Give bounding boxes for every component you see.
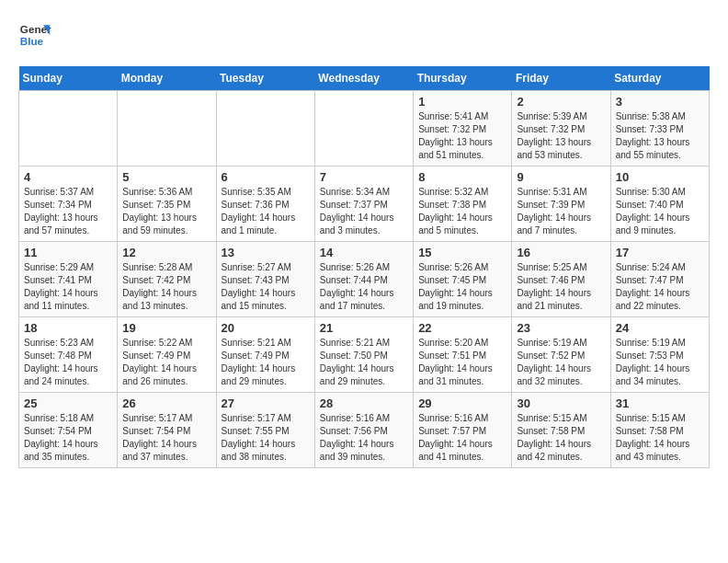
day-number: 8 [418,170,506,184]
day-info: Sunrise: 5:17 AM Sunset: 7:54 PM Dayligh… [122,412,210,464]
day-info: Sunrise: 5:27 AM Sunset: 7:43 PM Dayligh… [222,261,310,313]
calendar-cell [19,91,118,167]
calendar-table: SundayMondayTuesdayWednesdayThursdayFrid… [18,66,710,468]
calendar-cell: 10Sunrise: 5:30 AM Sunset: 7:40 PM Dayli… [610,167,709,242]
calendar-cell: 2Sunrise: 5:39 AM Sunset: 7:32 PM Daylig… [512,91,610,167]
day-number: 18 [24,321,112,335]
calendar-cell: 15Sunrise: 5:26 AM Sunset: 7:45 PM Dayli… [414,242,512,317]
day-info: Sunrise: 5:31 AM Sunset: 7:39 PM Dayligh… [517,186,605,237]
day-info: Sunrise: 5:36 AM Sunset: 7:35 PM Dayligh… [122,186,210,237]
calendar-cell: 25Sunrise: 5:18 AM Sunset: 7:54 PM Dayli… [19,393,118,468]
day-info: Sunrise: 5:38 AM Sunset: 7:33 PM Dayligh… [616,110,704,162]
day-number: 26 [122,396,210,410]
calendar-cell: 30Sunrise: 5:15 AM Sunset: 7:58 PM Dayli… [512,393,610,468]
weekday-header-saturday: Saturday [610,66,709,91]
day-number: 29 [418,396,506,410]
calendar-cell: 27Sunrise: 5:17 AM Sunset: 7:55 PM Dayli… [216,393,314,468]
calendar-cell: 1Sunrise: 5:41 AM Sunset: 7:32 PM Daylig… [414,91,512,167]
calendar-cell: 17Sunrise: 5:24 AM Sunset: 7:47 PM Dayli… [610,242,709,317]
day-number: 23 [517,321,605,335]
calendar-cell: 20Sunrise: 5:21 AM Sunset: 7:49 PM Dayli… [216,317,314,393]
weekday-header-monday: Monday [118,66,216,91]
calendar-cell: 26Sunrise: 5:17 AM Sunset: 7:54 PM Dayli… [118,393,216,468]
calendar-cell: 11Sunrise: 5:29 AM Sunset: 7:41 PM Dayli… [19,242,118,317]
day-number: 22 [418,321,506,335]
weekday-header-wednesday: Wednesday [314,66,413,91]
day-number: 13 [222,246,310,259]
day-number: 15 [418,246,506,259]
day-number: 14 [320,246,408,259]
calendar-cell: 12Sunrise: 5:28 AM Sunset: 7:42 PM Dayli… [118,242,216,317]
calendar-cell: 21Sunrise: 5:21 AM Sunset: 7:50 PM Dayli… [314,317,413,393]
logo: General Blue [18,18,51,52]
weekday-header-tuesday: Tuesday [216,66,314,91]
day-info: Sunrise: 5:15 AM Sunset: 7:58 PM Dayligh… [517,412,605,464]
calendar-cell: 18Sunrise: 5:23 AM Sunset: 7:48 PM Dayli… [19,317,118,393]
day-number: 16 [517,246,605,259]
day-number: 21 [320,321,408,335]
logo-icon: General Blue [18,18,51,52]
calendar-cell: 7Sunrise: 5:34 AM Sunset: 7:37 PM Daylig… [314,167,413,242]
day-info: Sunrise: 5:18 AM Sunset: 7:54 PM Dayligh… [24,412,112,464]
calendar-cell [314,91,413,167]
calendar-cell [118,91,216,167]
day-number: 2 [517,95,605,109]
calendar-cell: 4Sunrise: 5:37 AM Sunset: 7:34 PM Daylig… [19,167,118,242]
day-number: 10 [616,170,704,184]
day-info: Sunrise: 5:21 AM Sunset: 7:49 PM Dayligh… [222,337,310,388]
day-number: 25 [24,396,112,410]
week-row-4: 18Sunrise: 5:23 AM Sunset: 7:48 PM Dayli… [19,317,710,393]
day-number: 28 [320,396,408,410]
weekday-header-sunday: Sunday [19,66,118,91]
day-info: Sunrise: 5:29 AM Sunset: 7:41 PM Dayligh… [24,261,112,313]
week-row-3: 11Sunrise: 5:29 AM Sunset: 7:41 PM Dayli… [19,242,710,317]
day-number: 3 [616,95,704,109]
week-row-2: 4Sunrise: 5:37 AM Sunset: 7:34 PM Daylig… [19,167,710,242]
day-number: 17 [616,246,704,259]
day-info: Sunrise: 5:30 AM Sunset: 7:40 PM Dayligh… [616,186,704,237]
calendar-cell: 29Sunrise: 5:16 AM Sunset: 7:57 PM Dayli… [414,393,512,468]
day-number: 12 [122,246,210,259]
day-info: Sunrise: 5:28 AM Sunset: 7:42 PM Dayligh… [122,261,210,313]
day-info: Sunrise: 5:21 AM Sunset: 7:50 PM Dayligh… [320,337,408,388]
day-number: 31 [616,396,704,410]
week-row-5: 25Sunrise: 5:18 AM Sunset: 7:54 PM Dayli… [19,393,710,468]
day-info: Sunrise: 5:25 AM Sunset: 7:46 PM Dayligh… [517,261,605,313]
day-info: Sunrise: 5:19 AM Sunset: 7:53 PM Dayligh… [616,337,704,388]
day-number: 1 [418,95,506,109]
day-info: Sunrise: 5:24 AM Sunset: 7:47 PM Dayligh… [616,261,704,313]
calendar-cell: 19Sunrise: 5:22 AM Sunset: 7:49 PM Dayli… [118,317,216,393]
week-row-1: 1Sunrise: 5:41 AM Sunset: 7:32 PM Daylig… [19,91,710,167]
calendar-cell: 8Sunrise: 5:32 AM Sunset: 7:38 PM Daylig… [414,167,512,242]
day-info: Sunrise: 5:20 AM Sunset: 7:51 PM Dayligh… [418,337,506,388]
day-number: 19 [122,321,210,335]
calendar-cell: 16Sunrise: 5:25 AM Sunset: 7:46 PM Dayli… [512,242,610,317]
calendar-cell: 28Sunrise: 5:16 AM Sunset: 7:56 PM Dayli… [314,393,413,468]
weekday-header-row: SundayMondayTuesdayWednesdayThursdayFrid… [19,66,710,91]
calendar-cell: 5Sunrise: 5:36 AM Sunset: 7:35 PM Daylig… [118,167,216,242]
calendar-cell: 6Sunrise: 5:35 AM Sunset: 7:36 PM Daylig… [216,167,314,242]
day-number: 4 [24,170,112,184]
weekday-header-thursday: Thursday [414,66,512,91]
day-number: 6 [222,170,310,184]
day-info: Sunrise: 5:26 AM Sunset: 7:45 PM Dayligh… [418,261,506,313]
calendar-cell: 13Sunrise: 5:27 AM Sunset: 7:43 PM Dayli… [216,242,314,317]
weekday-header-friday: Friday [512,66,610,91]
day-number: 27 [222,396,310,410]
day-info: Sunrise: 5:23 AM Sunset: 7:48 PM Dayligh… [24,337,112,388]
page-header: General Blue [18,18,710,52]
day-info: Sunrise: 5:41 AM Sunset: 7:32 PM Dayligh… [418,110,506,162]
day-info: Sunrise: 5:16 AM Sunset: 7:56 PM Dayligh… [320,412,408,464]
day-number: 30 [517,396,605,410]
day-info: Sunrise: 5:39 AM Sunset: 7:32 PM Dayligh… [517,110,605,162]
calendar-cell: 24Sunrise: 5:19 AM Sunset: 7:53 PM Dayli… [610,317,709,393]
calendar-cell: 31Sunrise: 5:15 AM Sunset: 7:58 PM Dayli… [610,393,709,468]
day-number: 9 [517,170,605,184]
calendar-cell: 23Sunrise: 5:19 AM Sunset: 7:52 PM Dayli… [512,317,610,393]
calendar-cell: 9Sunrise: 5:31 AM Sunset: 7:39 PM Daylig… [512,167,610,242]
calendar-cell: 22Sunrise: 5:20 AM Sunset: 7:51 PM Dayli… [414,317,512,393]
day-number: 5 [122,170,210,184]
day-number: 24 [616,321,704,335]
day-info: Sunrise: 5:17 AM Sunset: 7:55 PM Dayligh… [222,412,310,464]
svg-text:Blue: Blue [20,35,44,47]
